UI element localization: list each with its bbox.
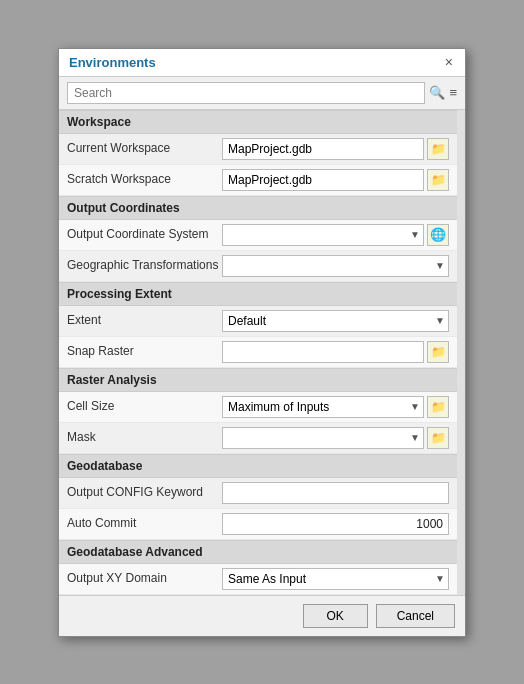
value-cell-size: Maximum of Inputs ▼ — [222, 396, 449, 418]
environments-dialog: Environments × 🔍 ≡ Workspace Current Wor… — [58, 48, 466, 637]
label-mask: Mask — [67, 430, 222, 446]
row-extent: Extent Default ▼ — [59, 306, 457, 337]
label-auto-commit: Auto Commit — [67, 516, 222, 532]
input-snap-raster[interactable] — [222, 341, 424, 363]
select-output-xy-domain-wrapper: Same As Input ▼ — [222, 568, 449, 590]
row-current-workspace: Current Workspace — [59, 134, 457, 165]
dialog-title: Environments — [69, 55, 156, 70]
row-scratch-workspace: Scratch Workspace — [59, 165, 457, 196]
value-extent: Default ▼ — [222, 310, 449, 332]
label-snap-raster: Snap Raster — [67, 344, 222, 360]
select-extent[interactable]: Default — [222, 310, 449, 332]
select-output-xy-domain[interactable]: Same As Input — [222, 568, 449, 590]
content-area: Workspace Current Workspace Scratch Work… — [59, 110, 465, 595]
select-geographic-transformations[interactable] — [222, 255, 449, 277]
value-geographic-transformations: ▼ — [222, 255, 449, 277]
row-geographic-transformations: Geographic Transformations ▼ — [59, 251, 457, 282]
search-bar: 🔍 ≡ — [59, 77, 465, 110]
section-output-coordinates: Output Coordinates — [59, 196, 457, 220]
select-extent-wrapper: Default ▼ — [222, 310, 449, 332]
menu-button[interactable]: ≡ — [449, 85, 457, 100]
cancel-button[interactable]: Cancel — [376, 604, 455, 628]
row-mask: Mask ▼ — [59, 423, 457, 454]
select-mask-wrapper: ▼ — [222, 427, 424, 449]
select-cell-size[interactable]: Maximum of Inputs — [222, 396, 424, 418]
row-output-coordinate-system: Output Coordinate System ▼ — [59, 220, 457, 251]
label-current-workspace: Current Workspace — [67, 141, 222, 157]
row-output-xy-domain: Output XY Domain Same As Input ▼ — [59, 564, 457, 595]
row-auto-commit: Auto Commit 1000 — [59, 509, 457, 540]
browse-scratch-workspace-button[interactable] — [427, 169, 449, 191]
auto-commit-value: 1000 — [222, 513, 449, 535]
section-raster-analysis: Raster Analysis — [59, 368, 457, 392]
value-output-config-keyword — [222, 482, 449, 504]
folder-icon-5 — [431, 430, 446, 445]
label-cell-size: Cell Size — [67, 399, 222, 415]
label-extent: Extent — [67, 313, 222, 329]
input-scratch-workspace[interactable] — [222, 169, 424, 191]
label-output-xy-domain: Output XY Domain — [67, 571, 222, 587]
close-button[interactable]: × — [443, 55, 455, 69]
folder-icon-4 — [431, 399, 446, 414]
value-snap-raster — [222, 341, 449, 363]
label-scratch-workspace: Scratch Workspace — [67, 172, 222, 188]
folder-icon-2 — [431, 172, 446, 187]
title-bar: Environments × — [59, 49, 465, 77]
section-processing-extent: Processing Extent — [59, 282, 457, 306]
footer: OK Cancel — [59, 595, 465, 636]
label-geographic-transformations: Geographic Transformations — [67, 258, 222, 274]
value-output-coordinate-system: ▼ — [222, 224, 449, 246]
globe-button[interactable] — [427, 224, 449, 246]
folder-icon-3 — [431, 344, 446, 359]
value-current-workspace — [222, 138, 449, 160]
browse-cell-size-button[interactable] — [427, 396, 449, 418]
select-geographic-transformations-wrapper: ▼ — [222, 255, 449, 277]
value-auto-commit: 1000 — [222, 513, 449, 535]
input-current-workspace[interactable] — [222, 138, 424, 160]
browse-snap-raster-button[interactable] — [427, 341, 449, 363]
label-output-coordinate-system: Output Coordinate System — [67, 227, 222, 243]
label-output-config-keyword: Output CONFIG Keyword — [67, 485, 222, 501]
value-scratch-workspace — [222, 169, 449, 191]
browse-current-workspace-button[interactable] — [427, 138, 449, 160]
row-snap-raster: Snap Raster — [59, 337, 457, 368]
ok-button[interactable]: OK — [303, 604, 368, 628]
globe-icon — [430, 227, 446, 242]
section-geodatabase: Geodatabase — [59, 454, 457, 478]
row-cell-size: Cell Size Maximum of Inputs ▼ — [59, 392, 457, 423]
value-output-xy-domain: Same As Input ▼ — [222, 568, 449, 590]
browse-mask-button[interactable] — [427, 427, 449, 449]
input-output-config-keyword[interactable] — [222, 482, 449, 504]
search-button[interactable]: 🔍 — [429, 85, 445, 100]
select-output-coordinate-system-wrapper: ▼ — [222, 224, 424, 246]
select-output-coordinate-system[interactable] — [222, 224, 424, 246]
search-input[interactable] — [67, 82, 425, 104]
section-geodatabase-advanced: Geodatabase Advanced — [59, 540, 457, 564]
folder-icon — [431, 141, 446, 156]
select-cell-size-wrapper: Maximum of Inputs ▼ — [222, 396, 424, 418]
content-inner: Workspace Current Workspace Scratch Work… — [59, 110, 457, 595]
row-output-config-keyword: Output CONFIG Keyword — [59, 478, 457, 509]
select-mask[interactable] — [222, 427, 424, 449]
section-workspace: Workspace — [59, 110, 457, 134]
value-mask: ▼ — [222, 427, 449, 449]
